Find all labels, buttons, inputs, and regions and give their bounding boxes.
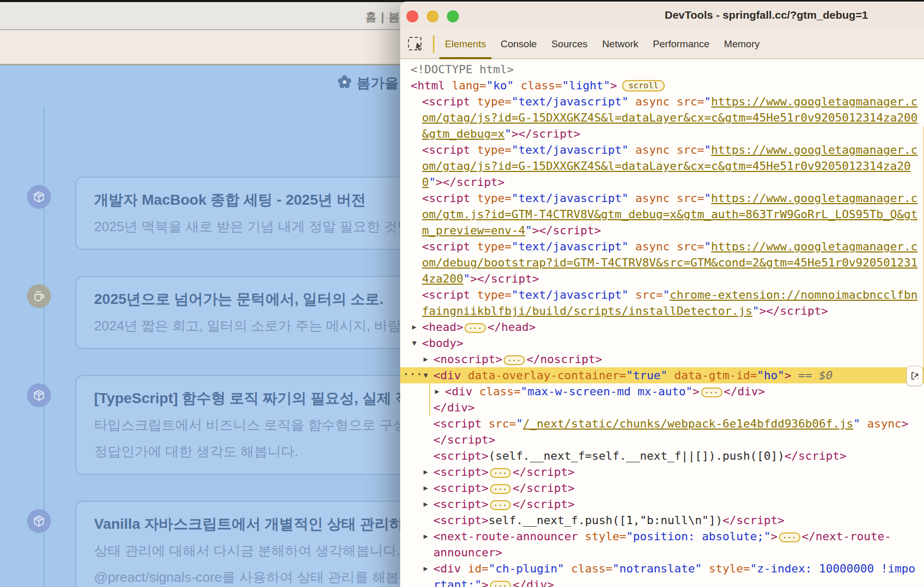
code-token: "z-index: 10000000 !impo [750, 562, 915, 575]
code-token: async [860, 417, 901, 430]
dom-node-line[interactable]: <script type="text/javascript" async src… [400, 94, 924, 110]
ellipsis-expand-badge[interactable]: ··· [465, 323, 485, 333]
code-token: "text/javascript" [511, 288, 628, 301]
dom-node-line[interactable]: faingniikblfbji/build/scripts/installDet… [400, 303, 924, 319]
code-token: <script> [433, 514, 489, 527]
dom-node-line[interactable]: ▶<div class="max-w-screen-md mx-auto">··… [400, 383, 924, 399]
tab-elements[interactable]: Elements [438, 30, 493, 58]
package-icon [27, 383, 51, 407]
expand-closed-icon[interactable]: ▶ [424, 480, 428, 496]
code-token: https://www.googletagmanager.c [711, 143, 917, 156]
dom-node-line[interactable]: <script type="text/javascript" src="chro… [400, 287, 924, 303]
dom-node-line[interactable]: om/gtm.js?id=GTM-T4CTRV8V&gtm_debug=x&gt… [400, 206, 924, 222]
code-token: self.__next_f.push([1,"b:null\n"]) [489, 514, 722, 527]
expand-closed-icon[interactable]: ▶ [424, 561, 428, 577]
dom-node-line[interactable]: ▶<noscript>···</noscript> [400, 351, 924, 367]
code-token: <html [411, 79, 445, 92]
ellipsis-expand-badge[interactable]: ··· [490, 484, 511, 494]
expand-closed-icon[interactable]: ▶ [424, 464, 428, 480]
code-token: </script> [785, 449, 847, 462]
scroll-badge[interactable]: scroll [622, 80, 665, 91]
expand-closed-icon[interactable]: ▶ [424, 496, 428, 512]
dom-node-line[interactable]: om/gtag/js?id=G-15DXXGKZ4S&l=dataLayer&c… [400, 158, 924, 174]
dom-node-line[interactable]: <script>(self.__next_f=self.__next_f||[]… [400, 448, 924, 464]
close-window-button[interactable] [406, 10, 418, 22]
ellipsis-expand-badge[interactable]: ··· [779, 532, 800, 542]
ellipsis-expand-badge[interactable]: ··· [701, 388, 722, 397]
ellipsis-expand-badge[interactable]: ··· [490, 581, 511, 587]
dom-node-line[interactable]: ▶<div id="ch-plugin" class="notranslate"… [400, 561, 924, 577]
tab-sources[interactable]: Sources [544, 30, 595, 58]
code-token: </head> [487, 321, 536, 333]
code-token: src= [670, 192, 704, 205]
code-token: </div> [512, 578, 553, 587]
tab-console[interactable]: Console [493, 30, 544, 58]
expand-open-icon[interactable]: ▼ [424, 367, 428, 383]
dom-node-line[interactable]: <!DOCTYPE html> [400, 61, 924, 77]
code-token: src= [628, 288, 663, 301]
dom-node-line[interactable]: <html lang="ko" class="light">scroll [400, 77, 924, 94]
dom-node-line[interactable]: m_preview=env-4"></script> [400, 222, 924, 238]
code-token: " [704, 240, 711, 253]
dom-node-line[interactable]: om/gtag/js?id=G-15DXXGKZ4S&l=dataLayer&c… [400, 110, 924, 126]
dom-node-line[interactable]: rtant;">···</div> [400, 577, 924, 587]
code-token: == $0 [791, 369, 833, 382]
code-token: chrome-extension://nomnoimacbncclfbn [670, 288, 918, 301]
code-token: class= [472, 385, 521, 398]
dom-node-line[interactable]: ▶<script>···</script> [400, 464, 924, 480]
minimize-window-button[interactable] [427, 10, 439, 22]
code-token: 0 [422, 176, 429, 189]
ellipsis-expand-badge[interactable]: ··· [504, 355, 524, 365]
dom-node-line[interactable]: 4za200"></script> [400, 271, 924, 287]
ellipsis-expand-badge[interactable]: ··· [490, 468, 511, 478]
expand-open-icon[interactable]: ▼ [412, 335, 416, 351]
code-token: 4za200 [422, 272, 463, 285]
dom-node-line[interactable]: ▶<next-route-announcer style="position: … [400, 528, 924, 544]
tab-network[interactable]: Network [595, 30, 646, 58]
dom-node-line[interactable]: om/debug/bootstrap?id=GTM-T4CTRV8V&src=G… [400, 255, 924, 271]
code-token: &gtm_debug=x [422, 127, 505, 140]
ellipsis-expand-badge[interactable]: ··· [490, 500, 511, 510]
dom-node-line[interactable]: ▶<script>···</script> [400, 480, 924, 496]
site-header: 봄가을 [337, 74, 399, 92]
dom-node-line[interactable]: announcer> [400, 544, 924, 561]
cursor-arrow-icon [415, 42, 424, 54]
expand-closed-icon[interactable]: ▶ [424, 351, 428, 367]
indent-guide [429, 383, 430, 399]
site-title: 봄가을 [357, 74, 399, 92]
elements-tree[interactable]: <!DOCTYPE html><html lang="ko" class="li… [400, 59, 924, 587]
expand-closed-icon[interactable]: ▶ [424, 528, 428, 544]
dom-node-line[interactable]: <script src="/_next/static/chunks/webpac… [400, 416, 924, 432]
dom-node-line[interactable]: </div> [400, 399, 924, 416]
code-token: <head> [422, 321, 463, 333]
code-token: "ko" [486, 79, 514, 92]
dom-node-line[interactable]: &gtm_debug=x"></script> [400, 126, 924, 142]
dom-node-line[interactable]: ▶<script>···</script> [400, 496, 924, 512]
dom-node-line[interactable]: <script type="text/javascript" async src… [400, 142, 924, 158]
code-token: class= [564, 562, 613, 575]
code-token: om/gtag/js?id=G-15DXXGKZ4S&l=dataLayer&c… [422, 111, 918, 124]
dom-node-line[interactable]: <script>self.__next_f.push([1,"b:null\n"… [400, 512, 924, 528]
kebab-menu-icon[interactable]: ··· [403, 366, 423, 382]
dom-node-line[interactable]: ▶<head>···</head> [400, 319, 924, 335]
dom-node-line[interactable]: <script type="text/javascript" async src… [400, 190, 924, 206]
dom-node-line[interactable]: </script> [400, 432, 924, 448]
code-token: m_preview=env-4 [422, 224, 525, 237]
code-token: faingniikblfbji/build/scripts/installDet… [422, 304, 753, 317]
tab-performance[interactable]: Performance [645, 30, 717, 58]
inspect-element-icon[interactable] [407, 36, 424, 52]
dom-node-selected[interactable]: ···▼<div data-overlay-container="true" d… [400, 367, 924, 383]
devtools-titlebar[interactable]: DevTools - springfall.cc/?gtm_debug=1 [400, 2, 924, 30]
code-token: <body> [422, 337, 463, 350]
code-token: type= [470, 288, 511, 301]
zoom-window-button[interactable] [447, 10, 459, 22]
dom-node-line[interactable]: <script type="text/javascript" async src… [400, 238, 924, 255]
code-token: lang= [445, 79, 486, 92]
dom-node-line[interactable]: ▼<body> [400, 335, 924, 351]
expand-closed-icon[interactable]: ▶ [435, 383, 439, 399]
code-token: (self.__next_f=self.__next_f||[]).push([… [489, 449, 785, 462]
expand-closed-icon[interactable]: ▶ [412, 319, 416, 335]
dom-node-line[interactable]: 0"></script> [400, 174, 924, 190]
tab-memory[interactable]: Memory [717, 30, 767, 58]
code-token: <noscript> [433, 353, 502, 366]
